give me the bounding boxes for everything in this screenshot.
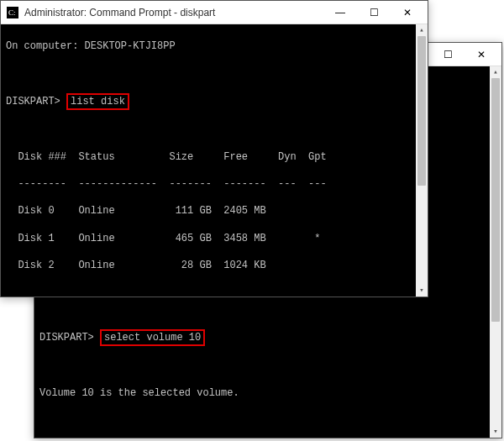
maximize-button[interactable]: ☐ <box>357 1 391 24</box>
scroll-thumb[interactable] <box>491 78 500 322</box>
svg-text:C:: C: <box>8 8 16 17</box>
disk-sep: -------- ------------- ------- ------- -… <box>6 177 423 191</box>
terminal-front[interactable]: On computer: DESKTOP-KTJI8PP DISKPART> l… <box>1 24 428 297</box>
selected-volume-line: Volume 10 is the selected volume. <box>39 386 488 400</box>
scrollbar[interactable]: ▴ ▾ <box>490 66 501 438</box>
scroll-down-icon[interactable]: ▾ <box>490 426 501 438</box>
scroll-up-icon[interactable]: ▴ <box>416 24 428 36</box>
scroll-down-icon[interactable]: ▾ <box>416 285 428 297</box>
prompt: DISKPART> <box>6 96 60 108</box>
computer-line: On computer: DESKTOP-KTJI8PP <box>6 39 423 53</box>
scroll-track[interactable] <box>416 36 428 285</box>
cmd-icon: C: <box>6 6 19 19</box>
cmd-select-volume: select volume 10 <box>100 329 205 346</box>
close-button[interactable]: ✕ <box>465 43 498 66</box>
scroll-thumb[interactable] <box>417 36 426 186</box>
maximize-button[interactable]: ☐ <box>431 43 465 66</box>
disk-row: Disk 2 Online 28 GB 1024 KB <box>6 259 423 272</box>
prompt: DISKPART> <box>39 332 94 344</box>
disk-row: Disk 0 Online 111 GB 2405 MB <box>6 204 423 218</box>
cmd-window-front: C: Administrator: Command Prompt - diskp… <box>0 0 428 297</box>
scroll-up-icon[interactable]: ▴ <box>490 66 501 78</box>
scroll-track[interactable] <box>490 78 501 426</box>
window-title-front: Administrator: Command Prompt - diskpart <box>24 7 323 18</box>
titlebar-front[interactable]: C: Administrator: Command Prompt - diskp… <box>1 1 428 24</box>
disk-row: Disk 1 Online 465 GB 3458 MB * <box>6 232 423 245</box>
disk-header: Disk ### Status Size Free Dyn Gpt <box>6 150 423 164</box>
scrollbar[interactable]: ▴ ▾ <box>416 24 428 297</box>
close-button[interactable]: ✕ <box>391 1 424 24</box>
cmd-list-disk: list disk <box>66 93 129 110</box>
minimize-button[interactable]: — <box>323 1 357 24</box>
